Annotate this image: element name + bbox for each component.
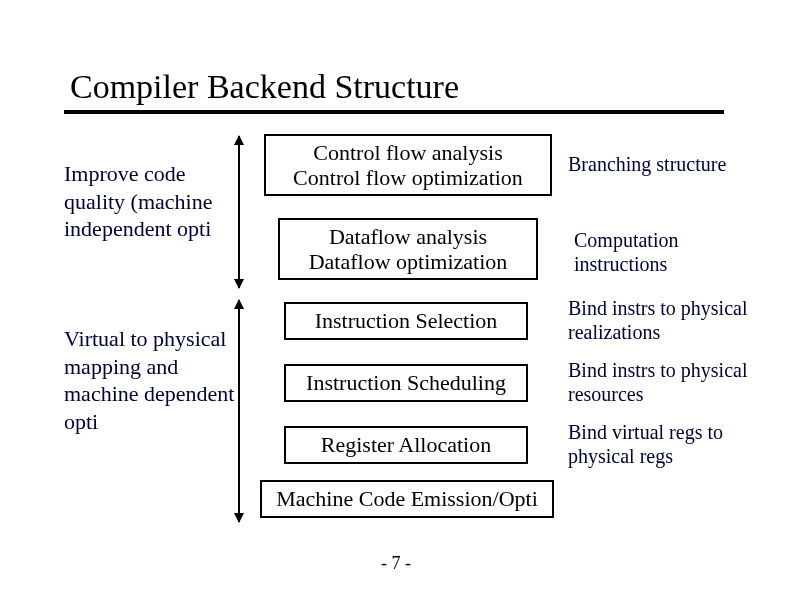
box-instruction-scheduling: Instruction Scheduling (284, 364, 528, 402)
box-regalloc-label: Register Allocation (321, 432, 491, 457)
box-dataflow-line2: Dataflow optimization (309, 249, 508, 274)
left-annotation-group2: Virtual to physical mapping and machine … (64, 325, 254, 435)
page-title: Compiler Backend Structure (70, 68, 459, 106)
box-control-flow-line1: Control flow analysis (313, 140, 502, 165)
page-number: - 7 - (0, 553, 792, 574)
title-underline (64, 110, 724, 114)
annotation-branching: Branching structure (568, 152, 768, 176)
box-control-flow: Control flow analysis Control flow optim… (264, 134, 552, 196)
arrow-double-bottom (238, 300, 240, 522)
annotation-regs: Bind virtual regs to physical regs (568, 420, 778, 468)
box-dataflow: Dataflow analysis Dataflow optimization (278, 218, 538, 280)
box-register-allocation: Register Allocation (284, 426, 528, 464)
annotation-realizations: Bind instrs to physical realizations (568, 296, 778, 344)
arrow-double-top (238, 136, 240, 288)
box-mce-label: Machine Code Emission/Opti (276, 486, 538, 511)
box-dataflow-line1: Dataflow analysis (329, 224, 487, 249)
box-control-flow-line2: Control flow optimization (293, 165, 523, 190)
box-isched-label: Instruction Scheduling (306, 370, 506, 395)
annotation-resources: Bind instrs to physical resources (568, 358, 778, 406)
annotation-computation: Computation instructions (574, 228, 774, 276)
left-annotation-group1: Improve code quality (machine independen… (64, 160, 234, 243)
box-isel-label: Instruction Selection (315, 308, 498, 333)
box-machine-code-emission: Machine Code Emission/Opti (260, 480, 554, 518)
box-instruction-selection: Instruction Selection (284, 302, 528, 340)
